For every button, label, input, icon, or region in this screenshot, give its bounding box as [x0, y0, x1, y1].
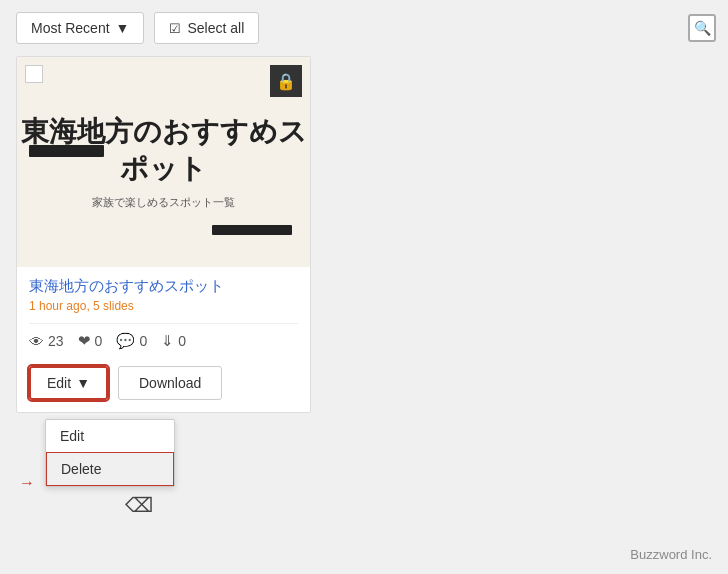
card-stats: 👁 23 ❤ 0 💬 0 ⇓ 0: [17, 324, 310, 358]
downloads-count: 0: [178, 333, 186, 349]
edit-dropdown-arrow: ▼: [76, 375, 90, 391]
hearts-stat: ❤ 0: [78, 332, 103, 350]
card-info: 東海地方のおすすめスポット 1 hour ago, 5 slides: [17, 267, 310, 313]
comment-icon: 💬: [116, 332, 135, 350]
card-actions: Edit ▼ Download Edit Delete →: [17, 358, 310, 412]
comments-count: 0: [139, 333, 147, 349]
views-count: 23: [48, 333, 64, 349]
toolbar: Most Recent ▼ ☑ Select all: [0, 0, 728, 56]
thumb-decoration-bar1: [29, 145, 104, 157]
edit-label: Edit: [47, 375, 71, 391]
heart-icon: ❤: [78, 332, 91, 350]
search-button[interactable]: 🔍: [688, 14, 716, 42]
views-stat: 👁 23: [29, 333, 64, 350]
edit-dropdown-menu: Edit Delete: [45, 419, 175, 487]
arrow-indicator: →: [19, 474, 35, 492]
edit-button[interactable]: Edit ▼: [29, 366, 108, 400]
card-checkbox[interactable]: [25, 65, 43, 83]
presentation-card: 東海地方のおすすめスポット 家族で楽しめるスポット一覧 🔒 東海地方のおすすめス…: [16, 56, 311, 413]
most-recent-button[interactable]: Most Recent ▼: [16, 12, 144, 44]
check-icon: ☑: [169, 21, 181, 36]
dropdown-edit-item[interactable]: Edit: [46, 420, 174, 452]
card-thumbnail: 東海地方のおすすめスポット 家族で楽しめるスポット一覧 🔒: [17, 57, 310, 267]
card-meta: 1 hour ago, 5 slides: [29, 299, 298, 313]
download-label: Download: [139, 375, 201, 391]
most-recent-label: Most Recent: [31, 20, 110, 36]
download-icon: ⇓: [161, 332, 174, 350]
select-all-button[interactable]: ☑ Select all: [154, 12, 259, 44]
footer-brand: Buzzword Inc.: [630, 547, 712, 562]
lock-icon: 🔒: [270, 65, 302, 97]
hearts-count: 0: [95, 333, 103, 349]
thumb-decoration-bar2: [212, 225, 292, 235]
content-area: 東海地方のおすすめスポット 家族で楽しめるスポット一覧 🔒 東海地方のおすすめス…: [0, 56, 728, 413]
cursor-icon: ⌫: [125, 493, 153, 517]
downloads-stat: ⇓ 0: [161, 332, 186, 350]
comments-stat: 💬 0: [116, 332, 147, 350]
select-all-label: Select all: [187, 20, 244, 36]
thumbnail-subtitle: 家族で楽しめるスポット一覧: [92, 195, 235, 210]
dropdown-delete-item[interactable]: Delete: [46, 452, 174, 486]
dropdown-arrow-icon: ▼: [116, 20, 130, 36]
download-button[interactable]: Download: [118, 366, 222, 400]
search-icon: 🔍: [694, 20, 711, 36]
eye-icon: 👁: [29, 333, 44, 350]
card-title-link[interactable]: 東海地方のおすすめスポット: [29, 277, 298, 296]
